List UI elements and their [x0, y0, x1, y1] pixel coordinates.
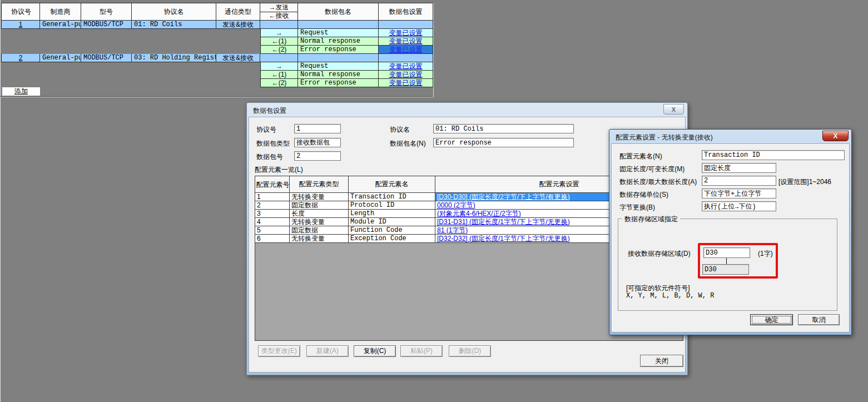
- variable-set-link[interactable]: 变量已设置: [389, 38, 423, 45]
- element-setting-link[interactable]: [D32-D32] (固定长度/1字节/下上字节/无更换): [437, 235, 570, 242]
- device-symbols-title: [可指定的软元件符号]: [626, 284, 690, 292]
- new-label: 新建(A): [316, 346, 339, 356]
- element-settings-dialog: 配置元素设置 - 无转换变量(接收) X 配置元素名(N) 固定长度/可变长度(…: [609, 129, 852, 335]
- element-type: 长度: [290, 210, 349, 218]
- cell-empty: [379, 54, 433, 62]
- protocol-table: 协议号 制造商 型号 协议名 通信类型 →发送 ←接收 数据包名 数据包设置 1…: [1, 3, 433, 87]
- cell-empty: [298, 54, 379, 62]
- element-setting-link[interactable]: [D31-D31] (固定长度/1字节/下上字节/无更换): [437, 219, 570, 226]
- packet-name-field[interactable]: [433, 138, 574, 147]
- cell-comm-type: 发送&接收: [216, 54, 260, 62]
- length-type-field[interactable]: [702, 163, 776, 173]
- variable-set-link[interactable]: 变量已设置: [389, 71, 423, 78]
- copy-button[interactable]: 复制(C): [354, 345, 396, 357]
- col-comm-type: 通信类型: [216, 8, 260, 16]
- element-name: Protocol ID: [349, 201, 435, 210]
- ok-button[interactable]: 确定: [750, 314, 793, 325]
- table-row-protocol-1: 1 General-pur: MODBUS/TCP 01: RD Coils 发…: [1, 21, 433, 29]
- table-row-packet: ←(1) Normal response 变量已设置: [1, 71, 433, 79]
- direction-cell: →: [260, 29, 298, 37]
- table-row-packet: ←(2) Error response 变量已设置: [1, 79, 433, 87]
- protocol-name-label: 协议名: [390, 126, 410, 133]
- packet-name-label: 数据包名(N): [390, 140, 426, 147]
- cell-model: MODBUS/TCP: [81, 21, 132, 29]
- close-dialog-button[interactable]: 关闭: [640, 355, 683, 367]
- element-type: 无转换变量: [290, 235, 349, 243]
- element-setting-link[interactable]: 0000 (2字节): [437, 202, 475, 209]
- element-setting-link[interactable]: 81 (1字节): [437, 227, 468, 234]
- protocol-1-link[interactable]: 1: [19, 21, 23, 28]
- paste-button: 粘贴(P): [400, 345, 443, 357]
- col-packet-setting: 数据包设置: [379, 8, 433, 16]
- byte-swap-label: 字节更换(B): [619, 204, 655, 211]
- element-name-label: 配置元素名(N): [619, 152, 662, 160]
- storage-unit-field[interactable]: [702, 188, 776, 198]
- protocol-name-field[interactable]: [433, 124, 574, 133]
- element-no: 2: [255, 201, 290, 210]
- element-name: Function Code: [349, 226, 435, 235]
- cell-manufacturer: General-pur:: [40, 54, 81, 62]
- close-icon: X: [672, 106, 676, 113]
- grid-right-edge: [433, 3, 434, 97]
- variable-set-link-selected[interactable]: 变量已设置: [389, 46, 423, 53]
- packet-type-field[interactable]: [294, 138, 341, 147]
- protocol-no-field[interactable]: [294, 124, 341, 133]
- table-row-packet: → Request 变量已设置: [1, 29, 433, 37]
- variable-set-link[interactable]: 变量已设置: [389, 80, 423, 87]
- direction-cell: ←(1): [260, 37, 298, 46]
- element-no: 4: [255, 218, 290, 226]
- close-button[interactable]: X: [822, 131, 849, 141]
- direction-cell: ←(2): [260, 46, 298, 54]
- storage-area-group-title: 数据存储区域指定: [622, 215, 680, 224]
- protocol-2-link[interactable]: 2: [19, 54, 23, 62]
- element-no: 1: [255, 193, 290, 201]
- add-protocol-label: 添加: [14, 87, 28, 96]
- packet-name-cell: Error response: [298, 46, 379, 54]
- data-length-label: 数据长度/最大数据长度(A): [619, 178, 697, 186]
- cell-protocol-name: 01: RD Coils: [132, 21, 216, 29]
- close-icon: X: [833, 132, 837, 140]
- element-no: 5: [255, 226, 290, 235]
- packet-type-label: 数据包类型: [256, 140, 290, 147]
- receive-area-label: 接收数据存储区域(D): [628, 250, 691, 257]
- byte-swap-field[interactable]: [702, 201, 776, 211]
- element-type: 无转换变量: [290, 218, 349, 226]
- element-name: Module ID: [349, 218, 435, 226]
- element-setting-link[interactable]: (对象元素4-6/HEX/正/2字节): [437, 210, 521, 217]
- device-symbols-list: X, Y, M, L, B, D, W, R: [626, 292, 714, 300]
- col-packet-name: 数据包名: [298, 8, 378, 16]
- copy-label: 复制(C): [364, 346, 386, 356]
- col-manufacturer: 制造商: [40, 8, 81, 16]
- col-send: →发送: [260, 3, 297, 12]
- direction-cell: →: [260, 62, 298, 71]
- close-button[interactable]: X: [663, 104, 684, 115]
- element-name: Transaction ID: [349, 193, 435, 201]
- packet-name-cell: Normal response: [298, 37, 379, 46]
- element-name: Exception Code: [349, 235, 435, 243]
- change-type-button: 类型更改(E): [258, 345, 300, 357]
- col-protocol-name: 协议名: [132, 8, 216, 16]
- element-type: 固定数据: [290, 226, 349, 235]
- element-name-field[interactable]: [702, 150, 845, 160]
- variable-set-link[interactable]: 变量已设置: [389, 63, 423, 70]
- element-type: 固定数据: [290, 201, 349, 210]
- col-protocol-no: 协议号: [11, 8, 30, 16]
- cell-comm-type: 发送&接收: [216, 21, 260, 29]
- element-no: 3: [255, 210, 290, 218]
- variable-set-link[interactable]: 变量已设置: [389, 29, 423, 37]
- change-type-label: 类型更改(E): [261, 346, 297, 356]
- packet-no-field[interactable]: [294, 151, 341, 161]
- element-setting-link[interactable]: [D30-D30] (固定长度/2字节/下上字节/有更换): [437, 193, 570, 201]
- table-row-packet: ←(1) Normal response 变量已设置: [1, 37, 433, 46]
- cell-model: MODBUS/TCP: [81, 54, 132, 62]
- protocol-table-header: 协议号 制造商 型号 协议名 通信类型 →发送 ←接收 数据包名 数据包设置: [1, 3, 433, 21]
- cancel-button[interactable]: 取消: [798, 314, 840, 325]
- data-length-field[interactable]: [702, 176, 776, 186]
- grid-bottom-divider-light: [0, 97, 434, 97]
- cell-empty: [298, 21, 379, 29]
- col-element-type: 配置元素类型: [290, 181, 348, 188]
- table-row-protocol-2: 2 General-pur: MODBUS/TCP 03: RD Holding…: [1, 54, 433, 62]
- protocol-no-label: 协议号: [256, 126, 276, 133]
- table-row-packet-selected: ←(2) Error response 变量已设置: [1, 46, 433, 54]
- add-protocol-button[interactable]: 添加: [2, 87, 40, 96]
